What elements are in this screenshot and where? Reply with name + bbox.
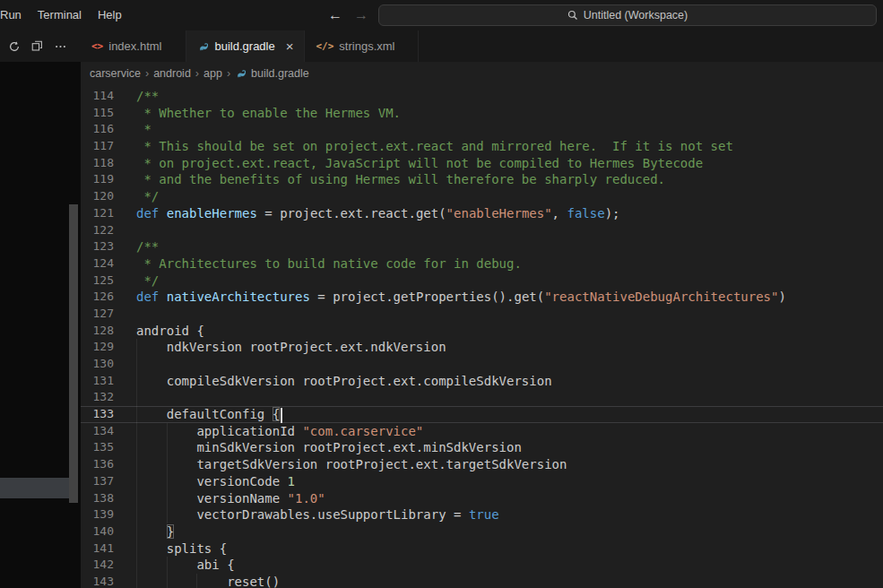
tab-bar: <>index.htmlbuild.gradle×</>strings.xml (0, 30, 883, 62)
code-line-121[interactable]: 121def enableHermes = project.ext.react.… (81, 205, 883, 222)
code-content: } (136, 523, 883, 540)
line-number[interactable]: 124 (81, 255, 114, 272)
code-line-123[interactable]: 123/** (81, 238, 883, 255)
code-line-136[interactable]: 136 targetSdkVersion rootProject.ext.tar… (81, 456, 883, 473)
code-content (136, 356, 883, 373)
code-line-118[interactable]: 118 * on project.ext.react, JavaScript w… (81, 155, 883, 172)
vscode-window: RunTerminalHelp ← → Untitled (Workspace)… (0, 0, 883, 588)
code-line-128[interactable]: 128android { (81, 323, 883, 340)
code-line-142[interactable]: 142 abi { (81, 557, 883, 574)
code-editor[interactable]: 114/**115 * Whether to enable the Hermes… (81, 84, 883, 588)
line-number[interactable]: 122 (81, 222, 114, 239)
html-file-icon: <> (91, 40, 103, 52)
code-line-125[interactable]: 125 */ (81, 272, 883, 290)
code-token: /** (136, 239, 159, 254)
line-number[interactable]: 136 (81, 456, 114, 473)
line-number[interactable]: 135 (81, 439, 114, 456)
code-line-141[interactable]: 141 splits { (81, 540, 883, 558)
code-line-116[interactable]: 116 * (81, 121, 883, 138)
code-content: /** (136, 238, 883, 255)
line-number[interactable]: 131 (81, 373, 114, 390)
sidebar-panel (0, 62, 81, 588)
line-number[interactable]: 123 (81, 238, 114, 255)
line-number[interactable]: 127 (81, 306, 114, 323)
tab-build.gradle[interactable]: build.gradle× (186, 30, 306, 62)
close-tab-icon[interactable]: × (286, 39, 294, 53)
breadcrumb-item-android[interactable]: android (153, 67, 191, 80)
code-line-127[interactable]: 127 (81, 306, 883, 323)
line-number[interactable]: 116 (81, 121, 114, 138)
line-number[interactable]: 129 (81, 339, 114, 356)
menu-run[interactable]: Run (0, 0, 30, 30)
line-number[interactable]: 140 (81, 523, 114, 540)
code-line-140[interactable]: 140 } (81, 523, 883, 540)
breadcrumb-item-build.gradle[interactable]: build.gradle (235, 67, 309, 80)
line-number[interactable]: 143 (81, 574, 114, 588)
line-number[interactable]: 125 (81, 272, 114, 290)
line-number[interactable]: 141 (81, 540, 114, 558)
code-content: applicationId "com.carservice" (136, 423, 883, 440)
line-number[interactable]: 120 (81, 188, 114, 205)
workspace-search-box[interactable]: Untitled (Workspace) (378, 4, 877, 26)
code-line-129[interactable]: 129 ndkVersion rootProject.ext.ndkVersio… (81, 339, 883, 356)
tab-strings.xml[interactable]: </>strings.xml (305, 30, 419, 62)
reopen-editor-icon[interactable] (8, 40, 21, 53)
code-line-135[interactable]: 135 minSdkVersion rootProject.ext.minSdk… (81, 439, 883, 456)
breadcrumb-label: carservice (90, 67, 141, 80)
code-line-124[interactable]: 124 * Architectures to build native code… (81, 255, 883, 272)
split-editor-icon[interactable] (31, 40, 43, 52)
navigate-back-icon[interactable]: ← (328, 7, 342, 23)
indent-guide (136, 439, 137, 456)
indent-guide (196, 574, 197, 588)
line-number[interactable]: 126 (81, 289, 114, 306)
code-line-130[interactable]: 130 (81, 356, 883, 373)
menu-help[interactable]: Help (90, 0, 130, 30)
line-number[interactable]: 138 (81, 490, 114, 507)
line-number[interactable]: 139 (81, 506, 114, 523)
line-number[interactable]: 118 (81, 155, 114, 172)
line-number[interactable]: 133 (81, 406, 114, 423)
breadcrumb-item-app[interactable]: app (203, 67, 222, 80)
line-number[interactable]: 117 (81, 138, 114, 155)
sidebar-selected-item[interactable] (0, 478, 76, 498)
line-number[interactable]: 115 (81, 105, 114, 122)
code-token: * on project.ext.react, JavaScript will … (136, 156, 703, 170)
line-number[interactable]: 119 (81, 171, 114, 188)
line-number[interactable]: 121 (81, 205, 114, 222)
code-line-126[interactable]: 126def nativeArchitectures = project.get… (81, 289, 883, 306)
navigate-forward-icon[interactable]: → (354, 7, 368, 23)
code-line-120[interactable]: 120 */ (81, 188, 883, 205)
code-line-114[interactable]: 114/** (81, 88, 883, 105)
code-line-134[interactable]: 134 applicationId "com.carservice" (81, 423, 883, 440)
tab-index.html[interactable]: <>index.html (81, 30, 186, 62)
code-content: * (136, 121, 883, 138)
history-navigation: ← → (328, 0, 368, 30)
code-line-117[interactable]: 117 * This should be set on project.ext.… (81, 138, 883, 155)
code-line-137[interactable]: 137 versionCode 1 (81, 473, 883, 490)
line-number[interactable]: 137 (81, 473, 114, 490)
breadcrumb-item-carservice[interactable]: carservice (90, 67, 141, 80)
code-line-139[interactable]: 139 vectorDrawables.useSupportLibrary = … (81, 506, 883, 523)
code-line-131[interactable]: 131 compileSdkVersion rootProject.ext.co… (81, 373, 883, 390)
line-number[interactable]: 130 (81, 356, 114, 373)
code-token: "enableHermes" (446, 206, 552, 220)
code-line-122[interactable]: 122 (81, 222, 883, 239)
code-line-138[interactable]: 138 versionName "1.0" (81, 490, 883, 507)
line-number[interactable]: 134 (81, 423, 114, 440)
code-content: abi { (136, 557, 883, 574)
code-line-132[interactable]: 132 (81, 389, 883, 406)
code-line-133[interactable]: 133 defaultConfig { (81, 406, 883, 423)
indent-guide (136, 490, 137, 507)
code-line-119[interactable]: 119 * and the benefits of using Hermes w… (81, 171, 883, 188)
line-number[interactable]: 142 (81, 557, 114, 574)
line-number[interactable]: 114 (81, 88, 114, 105)
code-line-115[interactable]: 115 * Whether to enable the Hermes VM. (81, 105, 883, 122)
line-number[interactable]: 128 (81, 323, 114, 340)
line-number[interactable]: 132 (81, 389, 114, 406)
menu-terminal[interactable]: Terminal (30, 0, 90, 30)
code-line-143[interactable]: 143 reset() (81, 574, 883, 588)
sidebar-scrollbar[interactable] (69, 204, 78, 503)
indent-guide (167, 439, 168, 456)
code-token: * (136, 122, 151, 136)
more-actions-icon[interactable] (54, 40, 67, 53)
